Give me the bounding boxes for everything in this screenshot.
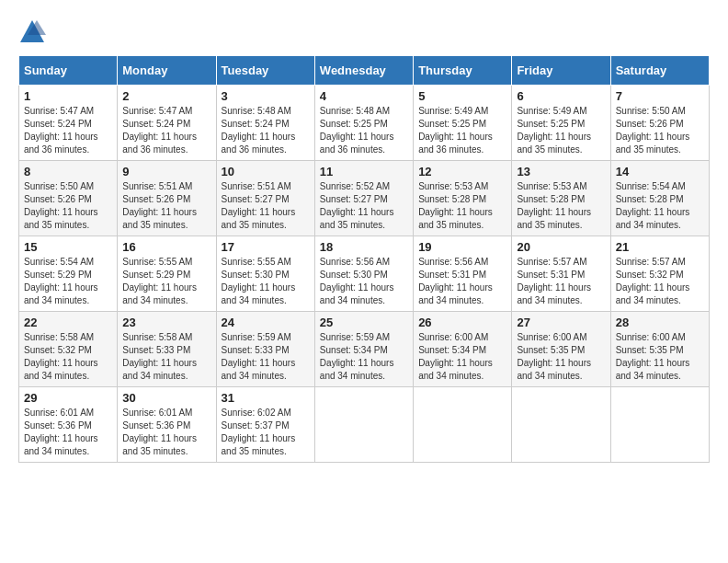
weekday-header: Thursday (414, 56, 512, 86)
calendar-cell (414, 387, 512, 463)
day-number: 5 (418, 89, 506, 103)
day-number: 17 (222, 240, 310, 254)
calendar-cell: 23Sunrise: 5:58 AM Sunset: 5:33 PM Dayli… (118, 312, 216, 387)
calendar-cell: 13Sunrise: 5:53 AM Sunset: 5:28 PM Dayli… (512, 161, 610, 236)
day-number: 25 (320, 316, 408, 329)
day-info: Sunrise: 5:53 AM Sunset: 5:28 PM Dayligh… (418, 180, 506, 232)
day-number: 10 (222, 165, 310, 178)
day-number: 24 (222, 316, 310, 329)
day-info: Sunrise: 5:49 AM Sunset: 5:25 PM Dayligh… (517, 105, 605, 156)
day-info: Sunrise: 5:56 AM Sunset: 5:31 PM Dayligh… (418, 256, 506, 307)
calendar-cell (314, 387, 413, 463)
page-header (18, 18, 710, 46)
calendar-table: SundayMondayTuesdayWednesdayThursdayFrid… (18, 55, 710, 463)
day-info: Sunrise: 5:50 AM Sunset: 5:26 PM Dayligh… (24, 180, 112, 232)
day-info: Sunrise: 5:47 AM Sunset: 5:24 PM Dayligh… (122, 105, 210, 156)
day-info: Sunrise: 5:56 AM Sunset: 5:30 PM Dayligh… (320, 256, 408, 307)
day-number: 31 (222, 391, 310, 405)
calendar-cell: 10Sunrise: 5:51 AM Sunset: 5:27 PM Dayli… (216, 161, 314, 236)
calendar-cell: 29Sunrise: 6:01 AM Sunset: 5:36 PM Dayli… (19, 387, 118, 463)
day-info: Sunrise: 5:59 AM Sunset: 5:33 PM Dayligh… (222, 331, 310, 383)
calendar-cell: 2Sunrise: 5:47 AM Sunset: 5:24 PM Daylig… (118, 86, 216, 161)
day-number: 11 (320, 165, 408, 178)
day-info: Sunrise: 5:49 AM Sunset: 5:25 PM Dayligh… (418, 105, 506, 156)
logo-icon (18, 18, 46, 46)
calendar-cell: 16Sunrise: 5:55 AM Sunset: 5:29 PM Dayli… (118, 236, 216, 312)
day-number: 15 (24, 240, 112, 254)
calendar-cell: 12Sunrise: 5:53 AM Sunset: 5:28 PM Dayli… (414, 161, 512, 236)
day-number: 26 (418, 316, 506, 329)
day-info: Sunrise: 6:02 AM Sunset: 5:37 PM Dayligh… (222, 407, 310, 458)
day-info: Sunrise: 5:55 AM Sunset: 5:30 PM Dayligh… (222, 256, 310, 307)
calendar-cell: 19Sunrise: 5:56 AM Sunset: 5:31 PM Dayli… (414, 236, 512, 312)
calendar-cell: 14Sunrise: 5:54 AM Sunset: 5:28 PM Dayli… (610, 161, 709, 236)
day-info: Sunrise: 5:57 AM Sunset: 5:31 PM Dayligh… (517, 256, 605, 307)
calendar-cell: 7Sunrise: 5:50 AM Sunset: 5:26 PM Daylig… (610, 86, 709, 161)
day-number: 29 (24, 391, 112, 405)
calendar-cell: 26Sunrise: 6:00 AM Sunset: 5:34 PM Dayli… (414, 312, 512, 387)
day-info: Sunrise: 5:53 AM Sunset: 5:28 PM Dayligh… (517, 180, 605, 232)
calendar-cell (610, 387, 709, 463)
calendar-header-row: SundayMondayTuesdayWednesdayThursdayFrid… (19, 56, 710, 86)
calendar-cell: 1Sunrise: 5:47 AM Sunset: 5:24 PM Daylig… (19, 86, 118, 161)
calendar-cell: 24Sunrise: 5:59 AM Sunset: 5:33 PM Dayli… (216, 312, 314, 387)
day-info: Sunrise: 6:01 AM Sunset: 5:36 PM Dayligh… (122, 407, 210, 458)
day-number: 1 (24, 89, 112, 103)
day-info: Sunrise: 6:00 AM Sunset: 5:35 PM Dayligh… (616, 331, 704, 383)
day-info: Sunrise: 5:54 AM Sunset: 5:29 PM Dayligh… (24, 256, 112, 307)
day-number: 13 (517, 165, 605, 178)
day-info: Sunrise: 6:00 AM Sunset: 5:35 PM Dayligh… (517, 331, 605, 383)
calendar-cell: 30Sunrise: 6:01 AM Sunset: 5:36 PM Dayli… (118, 387, 216, 463)
day-info: Sunrise: 5:58 AM Sunset: 5:33 PM Dayligh… (122, 331, 210, 383)
day-info: Sunrise: 5:55 AM Sunset: 5:29 PM Dayligh… (122, 256, 210, 307)
calendar-cell: 9Sunrise: 5:51 AM Sunset: 5:26 PM Daylig… (118, 161, 216, 236)
day-number: 27 (517, 316, 605, 329)
day-info: Sunrise: 5:54 AM Sunset: 5:28 PM Dayligh… (616, 180, 704, 232)
weekday-header: Tuesday (216, 56, 314, 86)
day-number: 28 (616, 316, 704, 329)
calendar-cell: 25Sunrise: 5:59 AM Sunset: 5:34 PM Dayli… (314, 312, 413, 387)
day-number: 19 (418, 240, 506, 254)
day-number: 4 (320, 89, 408, 103)
calendar-week-row: 22Sunrise: 5:58 AM Sunset: 5:32 PM Dayli… (19, 312, 710, 387)
weekday-header: Wednesday (314, 56, 413, 86)
calendar-cell: 17Sunrise: 5:55 AM Sunset: 5:30 PM Dayli… (216, 236, 314, 312)
calendar-cell: 3Sunrise: 5:48 AM Sunset: 5:24 PM Daylig… (216, 86, 314, 161)
calendar-week-row: 15Sunrise: 5:54 AM Sunset: 5:29 PM Dayli… (19, 236, 710, 312)
day-number: 3 (222, 89, 310, 103)
day-info: Sunrise: 5:52 AM Sunset: 5:27 PM Dayligh… (320, 180, 408, 232)
day-number: 9 (122, 165, 210, 178)
day-info: Sunrise: 5:47 AM Sunset: 5:24 PM Dayligh… (24, 105, 112, 156)
calendar-cell: 21Sunrise: 5:57 AM Sunset: 5:32 PM Dayli… (610, 236, 709, 312)
day-info: Sunrise: 5:50 AM Sunset: 5:26 PM Dayligh… (616, 105, 704, 156)
calendar-cell: 4Sunrise: 5:48 AM Sunset: 5:25 PM Daylig… (314, 86, 413, 161)
day-number: 12 (418, 165, 506, 178)
day-number: 20 (517, 240, 605, 254)
day-info: Sunrise: 6:01 AM Sunset: 5:36 PM Dayligh… (24, 407, 112, 458)
day-number: 18 (320, 240, 408, 254)
weekday-header: Friday (512, 56, 610, 86)
day-info: Sunrise: 5:51 AM Sunset: 5:26 PM Dayligh… (122, 180, 210, 232)
calendar-cell: 20Sunrise: 5:57 AM Sunset: 5:31 PM Dayli… (512, 236, 610, 312)
calendar-week-row: 8Sunrise: 5:50 AM Sunset: 5:26 PM Daylig… (19, 161, 710, 236)
day-number: 2 (122, 89, 210, 103)
calendar-cell: 31Sunrise: 6:02 AM Sunset: 5:37 PM Dayli… (216, 387, 314, 463)
day-number: 14 (616, 165, 704, 178)
calendar-cell: 22Sunrise: 5:58 AM Sunset: 5:32 PM Dayli… (19, 312, 118, 387)
calendar-cell: 18Sunrise: 5:56 AM Sunset: 5:30 PM Dayli… (314, 236, 413, 312)
day-number: 7 (616, 89, 704, 103)
calendar-cell: 28Sunrise: 6:00 AM Sunset: 5:35 PM Dayli… (610, 312, 709, 387)
calendar-cell: 6Sunrise: 5:49 AM Sunset: 5:25 PM Daylig… (512, 86, 610, 161)
day-number: 22 (24, 316, 112, 329)
calendar-cell: 11Sunrise: 5:52 AM Sunset: 5:27 PM Dayli… (314, 161, 413, 236)
calendar-cell: 8Sunrise: 5:50 AM Sunset: 5:26 PM Daylig… (19, 161, 118, 236)
day-number: 21 (616, 240, 704, 254)
day-info: Sunrise: 6:00 AM Sunset: 5:34 PM Dayligh… (418, 331, 506, 383)
day-number: 30 (122, 391, 210, 405)
day-info: Sunrise: 5:59 AM Sunset: 5:34 PM Dayligh… (320, 331, 408, 383)
calendar-week-row: 29Sunrise: 6:01 AM Sunset: 5:36 PM Dayli… (19, 387, 710, 463)
weekday-header: Sunday (19, 56, 118, 86)
calendar-cell: 27Sunrise: 6:00 AM Sunset: 5:35 PM Dayli… (512, 312, 610, 387)
calendar-cell (512, 387, 610, 463)
day-number: 16 (122, 240, 210, 254)
